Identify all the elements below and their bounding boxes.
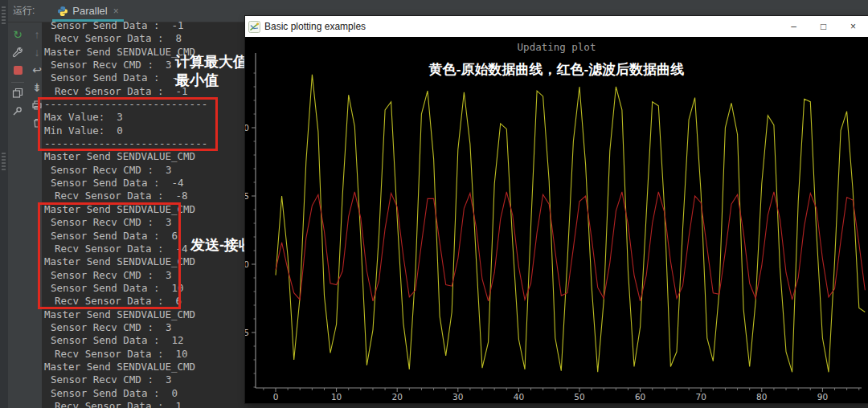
svg-text:10: 10 <box>245 123 249 133</box>
annotation-box-sendrecv <box>38 202 181 309</box>
console-line: Sensor Send Data : -1 <box>44 19 245 32</box>
svg-text:-5: -5 <box>245 328 249 337</box>
console-line: Sensor Recv CMD : 3 <box>44 321 245 334</box>
svg-text:40: 40 <box>514 392 524 402</box>
tab-parallel[interactable]: Parallel × <box>52 0 123 22</box>
console-line: Master Send SENDVALUE_CMD <box>44 150 245 163</box>
svg-text:50: 50 <box>574 392 584 402</box>
svg-text:90: 90 <box>817 392 828 402</box>
console-line: Sensor Send Data : -4 <box>44 177 245 190</box>
stop-button[interactable] <box>10 62 26 78</box>
console-line: Sensor Send Data : 12 <box>44 334 245 347</box>
pin-icon[interactable] <box>10 103 26 119</box>
console-line: Master Send SENDVALUE_CMD <box>44 308 245 321</box>
tab-label: Parallel <box>72 5 107 17</box>
chart-legend-annotation: 黄色-原始数据曲线，红色-滤波后数据曲线 <box>245 60 868 79</box>
stripe-grip-icon <box>2 153 6 170</box>
tab-close-icon[interactable]: × <box>113 6 119 17</box>
svg-text:0: 0 <box>273 392 279 402</box>
svg-text:60: 60 <box>635 392 645 402</box>
svg-text:30: 30 <box>452 392 463 402</box>
maximize-button[interactable]: □ <box>809 16 838 37</box>
run-label: 运行: <box>13 4 35 18</box>
svg-text:70: 70 <box>696 392 706 402</box>
toolbar-divider <box>11 82 24 83</box>
annotation-box-maxmin <box>38 97 218 151</box>
console-line: Recv Sensor Data : 8 <box>44 32 245 45</box>
settings-wrench-icon[interactable] <box>10 44 26 60</box>
console-line: Sensor Recv CMD : 3 <box>44 164 245 177</box>
rerun-button[interactable]: ↻ <box>10 27 26 43</box>
stripe-grip-icon <box>2 6 6 24</box>
run-toolbar: ↻ <box>8 22 27 408</box>
restore-layout-icon[interactable] <box>10 85 26 101</box>
svg-text:20: 20 <box>392 392 403 402</box>
console-line: Recv Sensor Data : 1 <box>44 400 245 408</box>
chart: 0102030405060708090-50510 <box>245 37 868 403</box>
console-line: Recv Sensor Data : 10 <box>44 348 245 361</box>
console-line: Sensor Send Data : 0 <box>44 387 245 400</box>
console-line: Master Send SENDVALUE_CMD <box>44 361 245 373</box>
plot-canvas: 0102030405060708090-50510 Updating plot … <box>245 37 868 403</box>
matplotlib-icon <box>248 21 260 33</box>
series-原始数据曲线 <box>276 75 865 373</box>
plot-window: Basic plotting examples – □ × 0102030405… <box>245 16 868 403</box>
svg-text:80: 80 <box>756 392 767 402</box>
minimize-button[interactable]: – <box>779 16 809 37</box>
tool-window-stripe <box>0 0 8 408</box>
close-button[interactable]: × <box>838 16 868 37</box>
svg-text:0: 0 <box>245 259 249 269</box>
plot-window-title: Basic plotting examples <box>264 21 366 32</box>
python-icon <box>57 6 68 17</box>
console-line: Sensor Recv CMD : 3 <box>44 373 245 386</box>
annotation-send-receive: 发送-接收 <box>190 236 253 255</box>
svg-text:10: 10 <box>331 392 342 402</box>
annotation-calc-maxmin: 计算最大值 最小值 <box>175 53 248 90</box>
svg-text:5: 5 <box>245 191 249 201</box>
chart-title: Updating plot <box>245 41 868 53</box>
plot-window-titlebar[interactable]: Basic plotting examples – □ × <box>245 16 868 37</box>
console-line: Recv Sensor Data : -8 <box>44 190 245 202</box>
